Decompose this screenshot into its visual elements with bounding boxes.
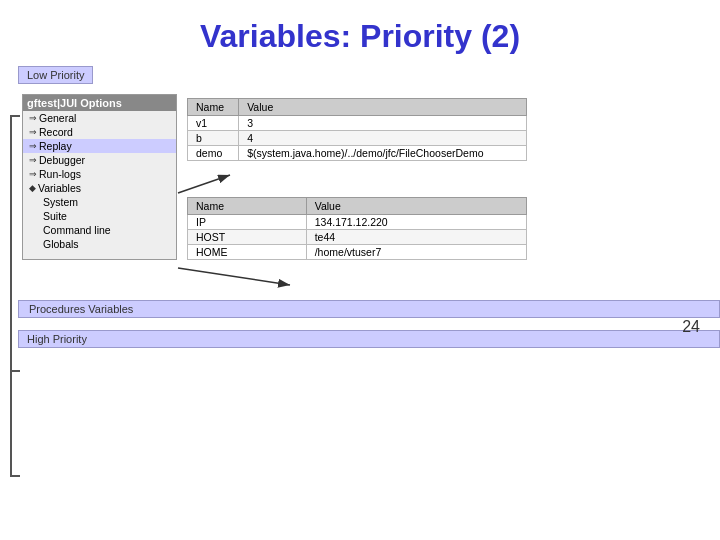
cell-name: IP: [188, 215, 307, 230]
tree-item-variables[interactable]: ◆ Variables: [23, 181, 176, 195]
cell-value: 134.171.12.220: [306, 215, 526, 230]
tree-item-command-line[interactable]: Command line: [23, 223, 176, 237]
col-header-name-2: Name: [188, 198, 307, 215]
tree-item-general[interactable]: ⇒ General: [23, 111, 176, 125]
tree-item-debugger[interactable]: ⇒ Debugger: [23, 153, 176, 167]
tree-panel: gftest|JUI Options ⇒ General ⇒ Record ⇒ …: [22, 94, 177, 260]
cell-value: 4: [239, 131, 527, 146]
arrow-icon: ⇒: [29, 169, 37, 179]
table-row: IP 134.171.12.220: [188, 215, 527, 230]
tree-item-globals[interactable]: Globals: [23, 237, 176, 251]
tree-item-system[interactable]: System: [23, 195, 176, 209]
high-priority-badge: High Priority: [18, 330, 720, 348]
cell-value: $(system.java.home)/../demo/jfc/FileChoo…: [239, 146, 527, 161]
svg-line-1: [178, 268, 290, 285]
page-number: 24: [682, 318, 700, 336]
arrow-icon: ⇒: [29, 113, 37, 123]
page-title: Variables: Priority (2): [0, 0, 720, 65]
arrow-icon: ⇒: [29, 141, 37, 151]
table-row: b 4: [188, 131, 527, 146]
variables-table-2: Name Value IP 134.171.12.220 HOST te44 H…: [187, 197, 527, 260]
cell-name: demo: [188, 146, 239, 161]
arrow-icon: ⇒: [29, 155, 37, 165]
tree-item-suite[interactable]: Suite: [23, 209, 176, 223]
arrow-icon: ⇒: [29, 127, 37, 137]
cell-name: HOME: [188, 245, 307, 260]
cell-value: te44: [306, 230, 526, 245]
cell-value: 3: [239, 116, 527, 131]
col-header-value-2: Value: [306, 198, 526, 215]
tick-top: [10, 115, 20, 117]
cell-value: /home/vtuser7: [306, 245, 526, 260]
diamond-icon: ◆: [29, 183, 36, 193]
variables-table-1: Name Value v1 3 b 4 demo $(syste: [187, 98, 527, 161]
tree-item-replay[interactable]: ⇒ Replay: [23, 139, 176, 153]
col-header-name-1: Name: [188, 99, 239, 116]
col-header-value-1: Value: [239, 99, 527, 116]
cell-name: v1: [188, 116, 239, 131]
tree-item-run-logs[interactable]: ⇒ Run-logs: [23, 167, 176, 181]
table-row: v1 3: [188, 116, 527, 131]
tick-bot: [10, 475, 20, 477]
table-row: HOST te44: [188, 230, 527, 245]
vertical-line: [10, 115, 12, 475]
tick-mid: [10, 370, 20, 372]
table-row: demo $(system.java.home)/../demo/jfc/Fil…: [188, 146, 527, 161]
tree-panel-title: gftest|JUI Options: [23, 95, 176, 111]
cell-name: b: [188, 131, 239, 146]
cell-name: HOST: [188, 230, 307, 245]
low-priority-badge: Low Priority: [18, 66, 93, 84]
table-row: HOME /home/vtuser7: [188, 245, 527, 260]
procedures-variables-badge: Procedures Variables: [18, 300, 720, 318]
tree-item-record[interactable]: ⇒ Record: [23, 125, 176, 139]
arrows-overlay: [0, 0, 720, 540]
